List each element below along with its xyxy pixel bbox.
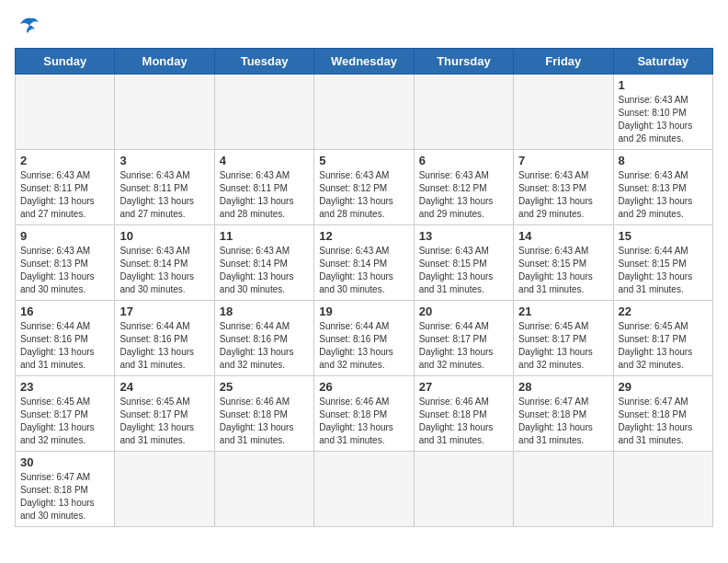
calendar-cell: 10Sunrise: 6:43 AMSunset: 8:14 PMDayligh… — [115, 225, 214, 301]
day-number: 13 — [419, 229, 508, 243]
day-number: 26 — [319, 380, 408, 394]
calendar-cell: 18Sunrise: 6:44 AMSunset: 8:16 PMDayligh… — [214, 301, 313, 376]
cell-info: Sunrise: 6:43 AMSunset: 8:15 PMDaylight:… — [518, 245, 608, 296]
cell-info: Sunrise: 6:43 AMSunset: 8:13 PMDaylight:… — [518, 169, 608, 221]
cell-info: Sunrise: 6:47 AMSunset: 8:18 PMDaylight:… — [619, 396, 708, 447]
calendar-cell — [613, 452, 712, 527]
calendar-week-6: 30Sunrise: 6:47 AMSunset: 8:18 PMDayligh… — [16, 452, 713, 527]
calendar-cell: 22Sunrise: 6:45 AMSunset: 8:17 PMDayligh… — [613, 301, 712, 376]
calendar-week-2: 2Sunrise: 6:43 AMSunset: 8:11 PMDaylight… — [16, 150, 713, 225]
weekday-header-friday: Friday — [514, 49, 613, 75]
cell-info: Sunrise: 6:43 AMSunset: 8:13 PMDaylight:… — [619, 169, 708, 221]
weekday-header-saturday: Saturday — [613, 49, 712, 75]
cell-info: Sunrise: 6:45 AMSunset: 8:17 PMDaylight:… — [119, 396, 209, 447]
cell-info: Sunrise: 6:44 AMSunset: 8:16 PMDaylight:… — [319, 320, 408, 372]
day-number: 23 — [20, 380, 109, 394]
calendar-cell: 6Sunrise: 6:43 AMSunset: 8:12 PMDaylight… — [414, 150, 513, 225]
cell-info: Sunrise: 6:44 AMSunset: 8:16 PMDaylight:… — [20, 320, 109, 372]
day-number: 3 — [119, 154, 209, 167]
calendar-week-1: 1Sunrise: 6:43 AMSunset: 8:10 PMDaylight… — [16, 75, 713, 150]
day-number: 2 — [20, 154, 109, 167]
calendar-cell: 17Sunrise: 6:44 AMSunset: 8:16 PMDayligh… — [115, 301, 214, 376]
cell-info: Sunrise: 6:43 AMSunset: 8:12 PMDaylight:… — [319, 169, 408, 221]
logo — [15, 15, 44, 37]
calendar-cell — [115, 75, 214, 150]
cell-info: Sunrise: 6:46 AMSunset: 8:18 PMDaylight:… — [319, 396, 408, 447]
cell-info: Sunrise: 6:43 AMSunset: 8:15 PMDaylight:… — [419, 245, 508, 296]
day-number: 22 — [619, 304, 708, 318]
calendar-cell: 20Sunrise: 6:44 AMSunset: 8:17 PMDayligh… — [414, 301, 513, 376]
calendar-week-4: 16Sunrise: 6:44 AMSunset: 8:16 PMDayligh… — [16, 301, 713, 376]
calendar-cell — [414, 75, 513, 150]
day-number: 8 — [619, 154, 708, 167]
day-number: 15 — [619, 229, 708, 243]
calendar-cell: 15Sunrise: 6:44 AMSunset: 8:15 PMDayligh… — [613, 225, 712, 301]
day-number: 25 — [220, 380, 309, 394]
weekday-header-sunday: Sunday — [16, 49, 115, 75]
cell-info: Sunrise: 6:44 AMSunset: 8:16 PMDaylight:… — [119, 320, 209, 372]
day-number: 16 — [20, 304, 109, 318]
cell-info: Sunrise: 6:45 AMSunset: 8:17 PMDaylight:… — [619, 320, 708, 372]
cell-info: Sunrise: 6:44 AMSunset: 8:15 PMDaylight:… — [619, 245, 708, 296]
calendar-cell: 14Sunrise: 6:43 AMSunset: 8:15 PMDayligh… — [514, 225, 613, 301]
calendar-cell: 28Sunrise: 6:47 AMSunset: 8:18 PMDayligh… — [514, 376, 613, 452]
day-number: 17 — [119, 304, 209, 318]
calendar-cell — [314, 452, 414, 527]
day-number: 9 — [20, 229, 109, 243]
calendar-week-3: 9Sunrise: 6:43 AMSunset: 8:13 PMDaylight… — [16, 225, 713, 301]
cell-info: Sunrise: 6:44 AMSunset: 8:17 PMDaylight:… — [419, 320, 508, 372]
calendar-cell: 19Sunrise: 6:44 AMSunset: 8:16 PMDayligh… — [314, 301, 414, 376]
cell-info: Sunrise: 6:45 AMSunset: 8:17 PMDaylight:… — [518, 320, 608, 372]
calendar-cell: 12Sunrise: 6:43 AMSunset: 8:14 PMDayligh… — [314, 225, 414, 301]
cell-info: Sunrise: 6:43 AMSunset: 8:12 PMDaylight:… — [419, 169, 508, 221]
calendar-cell: 3Sunrise: 6:43 AMSunset: 8:11 PMDaylight… — [115, 150, 214, 225]
calendar-cell: 26Sunrise: 6:46 AMSunset: 8:18 PMDayligh… — [314, 376, 414, 452]
day-number: 5 — [319, 154, 408, 167]
weekday-header-row: SundayMondayTuesdayWednesdayThursdayFrid… — [16, 49, 713, 75]
day-number: 29 — [619, 380, 708, 394]
cell-info: Sunrise: 6:45 AMSunset: 8:17 PMDaylight:… — [20, 396, 109, 447]
calendar-cell: 30Sunrise: 6:47 AMSunset: 8:18 PMDayligh… — [16, 452, 115, 527]
day-number: 14 — [518, 229, 608, 243]
day-number: 20 — [419, 304, 508, 318]
cell-info: Sunrise: 6:43 AMSunset: 8:11 PMDaylight:… — [119, 169, 209, 221]
day-number: 18 — [220, 304, 309, 318]
calendar-cell: 21Sunrise: 6:45 AMSunset: 8:17 PMDayligh… — [514, 301, 613, 376]
cell-info: Sunrise: 6:47 AMSunset: 8:18 PMDaylight:… — [518, 396, 608, 447]
calendar-cell: 24Sunrise: 6:45 AMSunset: 8:17 PMDayligh… — [115, 376, 214, 452]
calendar-cell: 7Sunrise: 6:43 AMSunset: 8:13 PMDaylight… — [514, 150, 613, 225]
calendar-cell: 2Sunrise: 6:43 AMSunset: 8:11 PMDaylight… — [16, 150, 115, 225]
day-number: 21 — [518, 304, 608, 318]
calendar-cell: 16Sunrise: 6:44 AMSunset: 8:16 PMDayligh… — [16, 301, 115, 376]
calendar-cell: 23Sunrise: 6:45 AMSunset: 8:17 PMDayligh… — [16, 376, 115, 452]
cell-info: Sunrise: 6:43 AMSunset: 8:14 PMDaylight:… — [319, 245, 408, 296]
calendar-cell — [414, 452, 513, 527]
calendar-cell: 11Sunrise: 6:43 AMSunset: 8:14 PMDayligh… — [214, 225, 313, 301]
calendar-cell — [514, 452, 613, 527]
calendar-cell — [214, 75, 313, 150]
calendar-cell: 5Sunrise: 6:43 AMSunset: 8:12 PMDaylight… — [314, 150, 414, 225]
calendar-cell: 9Sunrise: 6:43 AMSunset: 8:13 PMDaylight… — [16, 225, 115, 301]
weekday-header-tuesday: Tuesday — [214, 49, 313, 75]
cell-info: Sunrise: 6:43 AMSunset: 8:11 PMDaylight:… — [220, 169, 309, 221]
calendar-cell — [214, 452, 313, 527]
day-number: 27 — [419, 380, 508, 394]
day-number: 12 — [319, 229, 408, 243]
day-number: 19 — [319, 304, 408, 318]
calendar-cell: 13Sunrise: 6:43 AMSunset: 8:15 PMDayligh… — [414, 225, 513, 301]
cell-info: Sunrise: 6:43 AMSunset: 8:13 PMDaylight:… — [20, 245, 109, 296]
calendar-week-5: 23Sunrise: 6:45 AMSunset: 8:17 PMDayligh… — [16, 376, 713, 452]
day-number: 28 — [518, 380, 608, 394]
cell-info: Sunrise: 6:43 AMSunset: 8:14 PMDaylight:… — [220, 245, 309, 296]
calendar-table: SundayMondayTuesdayWednesdayThursdayFrid… — [15, 48, 713, 527]
calendar-cell — [514, 75, 613, 150]
day-number: 30 — [20, 455, 109, 469]
weekday-header-thursday: Thursday — [414, 49, 513, 75]
calendar-cell — [314, 75, 414, 150]
calendar-cell: 1Sunrise: 6:43 AMSunset: 8:10 PMDaylight… — [613, 75, 712, 150]
day-number: 24 — [119, 380, 209, 394]
weekday-header-monday: Monday — [115, 49, 214, 75]
calendar-cell: 25Sunrise: 6:46 AMSunset: 8:18 PMDayligh… — [214, 376, 313, 452]
weekday-header-wednesday: Wednesday — [314, 49, 414, 75]
day-number: 11 — [220, 229, 309, 243]
